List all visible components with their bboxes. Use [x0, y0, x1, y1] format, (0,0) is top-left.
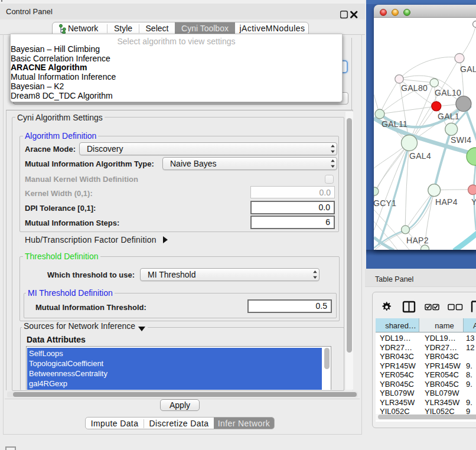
svg-text:SWI4: SWI4 [451, 135, 471, 145]
svg-text:GAL11: GAL11 [382, 119, 407, 129]
svg-text:GAL4: GAL4 [409, 151, 431, 161]
svg-text:GCY1: GCY1 [374, 198, 396, 208]
svg-text:Y: Y [471, 197, 476, 207]
svg-text:GAL1: GAL1 [438, 112, 459, 121]
svg-text:GAL2: GAL2 [460, 64, 476, 74]
svg-text:GAL80: GAL80 [401, 83, 428, 93]
svg-text:HAP4: HAP4 [435, 197, 458, 207]
svg-text:HAP2: HAP2 [406, 236, 429, 245]
svg-text:GAL10: GAL10 [435, 88, 461, 97]
